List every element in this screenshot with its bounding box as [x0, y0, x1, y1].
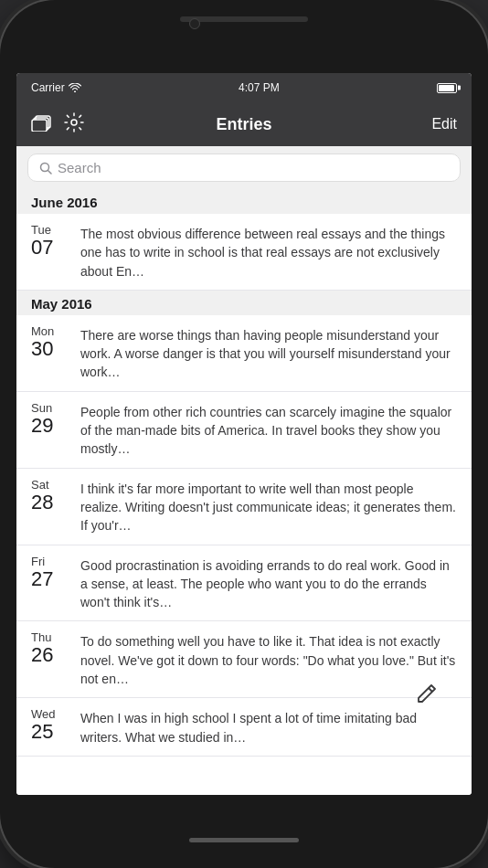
entry-day-num: 07 — [31, 237, 53, 259]
entry-row[interactable]: Sun29People from other rich countries ca… — [16, 392, 472, 469]
svg-rect-2 — [32, 120, 47, 132]
entry-day-num: 30 — [31, 338, 53, 360]
entry-date: Sat28 — [31, 478, 71, 513]
search-bar[interactable]: Search — [27, 153, 461, 182]
screen: Carrier 4:07 PM — [16, 73, 472, 795]
status-left: Carrier — [31, 81, 81, 94]
wifi-icon — [69, 83, 81, 92]
nav-title: Entries — [216, 115, 271, 134]
search-placeholder: Search — [58, 160, 101, 175]
svg-point-3 — [71, 120, 77, 125]
entry-preview: People from other rich countries can sca… — [80, 401, 457, 459]
svg-line-5 — [48, 170, 52, 174]
files-icon[interactable] — [31, 113, 51, 136]
entry-date: Tue07 — [31, 223, 71, 259]
entry-row[interactable]: Mon30There are worse things than having … — [16, 315, 472, 392]
entry-day-name: Fri — [31, 555, 45, 568]
battery-icon — [437, 83, 457, 93]
entry-date: Mon30 — [31, 324, 71, 360]
home-bar — [189, 838, 299, 842]
section-header-may-2016: May 2016 — [16, 291, 472, 315]
entry-preview: To do something well you have to like it… — [80, 630, 457, 688]
nav-left-icons — [31, 112, 84, 137]
entry-row[interactable]: Fri27Good procrastination is avoiding er… — [16, 545, 472, 622]
svg-line-6 — [429, 688, 432, 692]
entry-day-name: Thu — [31, 630, 51, 644]
entry-date: Wed25 — [31, 707, 71, 743]
battery-fill — [439, 85, 454, 91]
section-header-june-2016: June 2016 — [16, 189, 472, 214]
entry-row[interactable]: Tue07The most obvious difference between… — [16, 214, 472, 291]
search-icon — [39, 162, 52, 175]
entry-preview: There are worse things than having peopl… — [80, 324, 457, 382]
entry-day-num: 29 — [31, 415, 53, 437]
gear-icon[interactable] — [64, 112, 84, 137]
entry-day-name: Sat — [31, 478, 49, 492]
camera — [189, 18, 200, 29]
entry-preview: The most obvious difference between real… — [80, 223, 457, 281]
entry-day-name: Wed — [31, 707, 56, 721]
entry-day-num: 26 — [31, 644, 53, 666]
status-right — [437, 83, 457, 93]
entry-day-name: Sun — [31, 401, 52, 415]
compose-icon — [413, 682, 439, 707]
compose-button[interactable] — [408, 676, 444, 713]
edit-button[interactable]: Edit — [431, 116, 457, 132]
entry-day-num: 28 — [31, 492, 53, 513]
search-container: Search — [16, 146, 472, 189]
entry-day-num: 27 — [31, 568, 53, 590]
entry-day-num: 25 — [31, 721, 53, 743]
status-bar: Carrier 4:07 PM — [16, 73, 472, 102]
entry-date: Sun29 — [31, 401, 71, 437]
content-area: Search June 2016Tue07The most obvious di… — [16, 146, 472, 795]
entry-preview: I think it's far more important to write… — [80, 478, 457, 535]
entry-day-name: Tue — [31, 223, 51, 237]
entry-row[interactable]: Wed25When I was in high school I spent a… — [16, 698, 472, 757]
entry-date: Thu26 — [31, 630, 71, 666]
entry-preview: When I was in high school I spent a lot … — [80, 707, 457, 746]
status-time: 4:07 PM — [239, 81, 280, 94]
entry-date: Fri27 — [31, 555, 71, 590]
entry-preview: Good procrastination is avoiding errands… — [80, 555, 457, 612]
phone-shell: Carrier 4:07 PM — [0, 0, 488, 868]
nav-bar: Entries Edit — [16, 102, 472, 146]
entry-row[interactable]: Sat28I think it's far more important to … — [16, 469, 472, 545]
entry-day-name: Mon — [31, 324, 54, 338]
carrier-label: Carrier — [31, 81, 65, 94]
entries-list: June 2016Tue07The most obvious differenc… — [16, 189, 472, 795]
entry-row[interactable]: Thu26To do something well you have to li… — [16, 621, 472, 698]
